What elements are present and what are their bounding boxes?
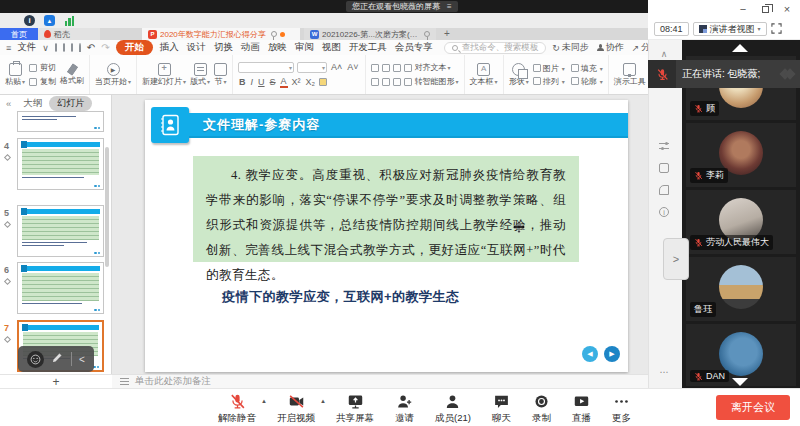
copy-button[interactable]: 复制 [29,76,56,87]
new-tab-button[interactable]: + [444,29,450,39]
sync-status[interactable]: ↻未同步 [552,41,589,54]
ribbon-tab-developer[interactable]: 开发工具 [348,41,388,54]
shrink-font-button[interactable]: A˅ [346,62,359,72]
participant-tile[interactable]: 劳动人民最伟大 [686,190,796,254]
blue-desktop-icon[interactable]: ▲ [44,15,55,26]
file-menu-chevron-icon[interactable]: ∨ [42,43,49,53]
bullets-button[interactable] [371,64,379,72]
subscript-button[interactable]: X₂ [305,77,317,87]
arrange-button[interactable]: 排列▾ [533,76,565,87]
to-smartart-button[interactable]: 转智能图形▾ [415,76,459,87]
slide-thumb-5[interactable] [17,205,104,257]
preview-icon[interactable] [79,43,81,52]
presenter-view-button[interactable]: 演讲者视图 ▾ [693,22,767,36]
font-size-combo[interactable] [297,62,327,73]
save-icon[interactable] [55,43,57,52]
participant-tile[interactable]: 李莉 [686,123,796,187]
hamburger-icon[interactable]: ≡ [6,43,11,53]
minimize-button[interactable]: − [732,2,754,16]
picture-button[interactable]: 图片▾ [533,63,565,74]
slide-thumb-6[interactable] [17,262,104,314]
font-name-combo[interactable] [238,62,294,73]
annotate-button[interactable] [51,350,64,368]
ribbon-tab-review[interactable]: 审阅 [294,41,315,54]
italic-button[interactable]: I [250,77,255,87]
ribbon-tab-design[interactable]: 设计 [186,41,207,54]
increase-indent-button[interactable] [404,64,412,72]
ribbon-tab-slideshow[interactable]: 放映 [267,41,288,54]
scroll-up-icon[interactable] [732,44,748,52]
pin-icon[interactable] [424,31,430,37]
fill-button[interactable]: 填充▾ [571,63,603,74]
align-text-button[interactable]: 对齐文本▾ [415,62,451,73]
chat-button[interactable]: 聊天 [492,393,511,425]
file-menu[interactable]: 文件 [17,41,36,54]
ribbon-tab-member[interactable]: 会员专享 [394,41,434,54]
bold-button[interactable]: B [238,77,247,87]
participant-tile[interactable]: DAN [686,324,796,386]
tab-outline[interactable]: 大纲 [23,97,42,110]
thumbnail-scrollbar[interactable] [105,147,109,267]
font-color-button[interactable]: A [280,76,288,88]
share-screen-button[interactable]: 共享屏幕 [336,393,374,425]
undo-icon[interactable]: ↶ [87,42,95,53]
justify-button[interactable] [404,78,412,86]
watching-banner[interactable]: 您正在观看包晓薇的屏幕 ≡ [346,1,458,12]
notes-bar[interactable]: 单击此处添加备注 [112,374,648,388]
share-button[interactable]: ↗分享 [632,41,648,54]
fullscreen-button[interactable] [771,20,782,38]
tab-docer[interactable]: 稻壳 [38,28,100,40]
align-right-button[interactable] [393,78,401,86]
pin-icon[interactable] [271,31,277,37]
collapse-up-icon[interactable]: ∧ [658,48,670,60]
underline-button[interactable]: U [257,77,266,87]
slide-thumb-4[interactable] [17,138,104,190]
sidebar-more-icon[interactable]: ⋯ [658,366,670,378]
text-box-button[interactable]: 文本框▾ [470,63,498,86]
restore-button[interactable] [754,2,776,16]
ribbon-tab-transition[interactable]: 切换 [213,41,234,54]
outline-button[interactable]: 轮廓▾ [571,76,603,87]
ribbon-tab-animation[interactable]: 动画 [240,41,261,54]
slide-prev-button[interactable]: ◀ [582,346,598,362]
numbering-button[interactable] [382,64,390,72]
leave-meeting-button[interactable]: 离开会议 [716,395,790,420]
superscript-button[interactable]: X² [291,77,302,87]
invite-button[interactable]: 邀请 [395,393,414,425]
info-desktop-icon[interactable]: i [24,15,35,26]
help-icon[interactable]: i [658,206,670,218]
tab-home[interactable]: 首页 [0,28,38,40]
tab-slides[interactable]: 幻灯片 [49,96,92,111]
tab-document-other[interactable]: W 20210226-第...次磨方案(1(1) [304,28,436,40]
decrease-indent-button[interactable] [393,64,401,72]
collapse-left-icon[interactable]: < [79,354,85,365]
align-center-button[interactable] [382,78,390,86]
section-button[interactable]: 节▾ [214,63,227,86]
command-search-input[interactable]: 查找命令、搜索模板 [444,42,547,54]
new-slide-button[interactable]: 新建幻灯片▾ [142,63,186,86]
output-icon[interactable] [63,43,65,52]
layout-pane-icon[interactable] [658,184,670,196]
tab-document-active[interactable]: P 2020年数字能力汇报心得分享 [142,28,300,40]
collapse-panel-icon[interactable]: « [6,98,11,109]
present-tools-button[interactable]: 演示工具 [614,63,646,86]
scroll-down-icon[interactable] [732,378,748,386]
banner-menu-icon[interactable]: ≡ [447,2,452,11]
ribbon-tab-view[interactable]: 视图 [321,41,342,54]
video-options-caret[interactable]: ▲ [320,398,326,404]
slide-next-button[interactable]: ▶ [604,346,620,362]
close-button[interactable]: × [776,2,798,16]
participant-tile[interactable]: 鲁珏 [686,257,796,321]
print-icon[interactable] [71,43,73,52]
video-panel-collapse-handle[interactable]: > [663,238,689,280]
mic-options-caret[interactable]: ▲ [261,398,267,404]
cut-button[interactable]: 剪切 [29,62,56,73]
redo-icon[interactable]: ↷ [101,42,109,53]
chart-desktop-icon[interactable] [64,15,75,26]
play-from-current-button[interactable]: ▶ 当页开始▾ [95,63,131,86]
slide-body-highlight[interactable]: 4. 教学应变。高度重视、积极应对新冠肺炎疫情给教育教学带来的影响，落实“停课不… [193,156,579,262]
properties-icon[interactable] [658,140,670,152]
layout-button[interactable]: 版式▾ [190,63,210,86]
highlight-button[interactable] [319,78,327,86]
grow-font-button[interactable]: A˄ [330,62,343,72]
